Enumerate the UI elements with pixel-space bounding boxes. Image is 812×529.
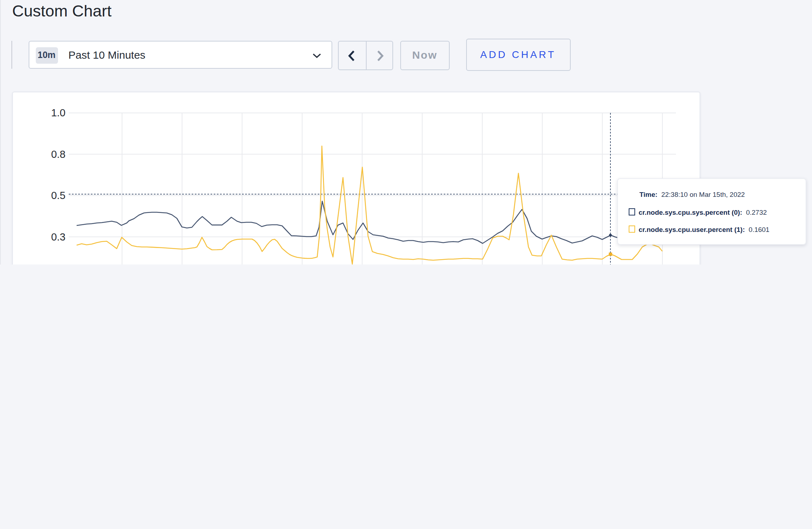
- svg-text:1.0: 1.0: [51, 107, 66, 118]
- svg-text:0.8: 0.8: [51, 149, 66, 160]
- svg-text:0.5: 0.5: [51, 190, 66, 201]
- svg-text:0.3: 0.3: [51, 231, 66, 243]
